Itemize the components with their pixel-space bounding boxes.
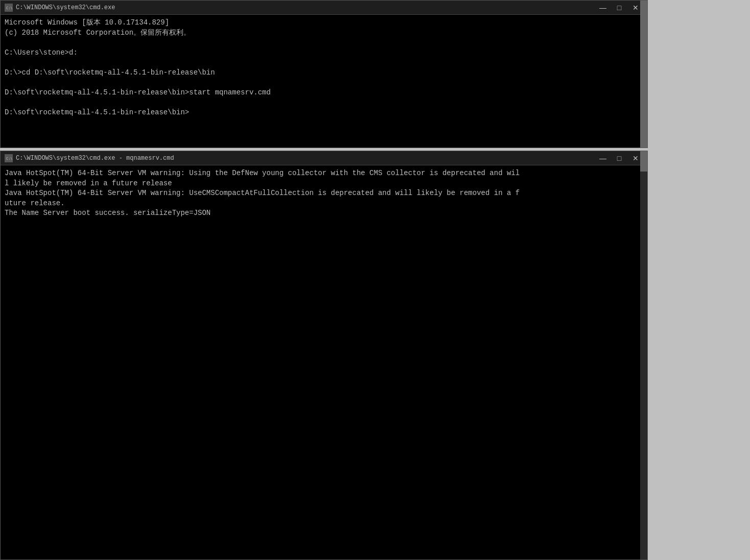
scrollbar-2[interactable] xyxy=(640,151,647,559)
title-text-2: C:\WINDOWS\system32\cmd.exe - mqnamesrv.… xyxy=(16,155,595,162)
cmd-window-1: C:\ C:\WINDOWS\system32\cmd.exe — □ ✕ Mi… xyxy=(0,0,648,148)
title-text-1: C:\WINDOWS\system32\cmd.exe xyxy=(16,4,595,11)
title-bar-1: C:\ C:\WINDOWS\system32\cmd.exe — □ ✕ xyxy=(1,1,647,15)
scrollbar-thumb-2[interactable] xyxy=(640,151,647,172)
scrollbar-thumb-1[interactable] xyxy=(640,1,647,148)
window-controls-2: — □ ✕ xyxy=(595,153,643,163)
terminal-output-1[interactable]: Microsoft Windows [版本 10.0.17134.829] (c… xyxy=(1,15,647,148)
svg-text:C:\: C:\ xyxy=(6,6,12,10)
minimize-btn-2[interactable]: — xyxy=(595,153,611,163)
maximize-btn-1[interactable]: □ xyxy=(612,3,627,13)
window-controls-1: — □ ✕ xyxy=(595,3,643,13)
cmd-window-2: C:\ C:\WINDOWS\system32\cmd.exe - mqname… xyxy=(0,151,648,560)
cmd-icon-1: C:\ xyxy=(5,4,13,12)
svg-text:C:\: C:\ xyxy=(6,157,12,161)
terminal-output-2[interactable]: Java HotSpot(TM) 64-Bit Server VM warnin… xyxy=(1,165,647,559)
title-bar-2: C:\ C:\WINDOWS\system32\cmd.exe - mqname… xyxy=(1,151,647,165)
scrollbar-1[interactable] xyxy=(640,1,647,148)
cmd-icon-2: C:\ xyxy=(5,154,13,162)
minimize-btn-1[interactable]: — xyxy=(595,3,611,13)
maximize-btn-2[interactable]: □ xyxy=(612,153,627,163)
